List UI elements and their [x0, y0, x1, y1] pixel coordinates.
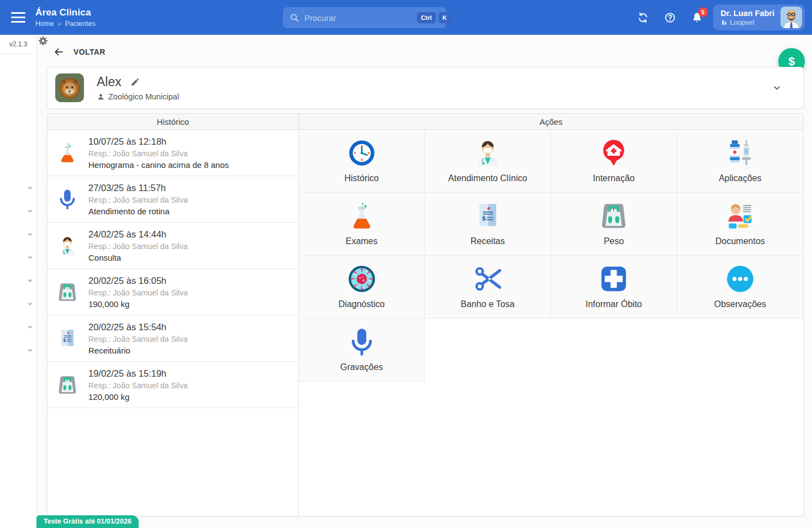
- history-datetime: 20/02/25 às 16:05h: [88, 276, 188, 286]
- medical-cross-icon: [599, 265, 628, 293]
- action-aplicacoes[interactable]: Aplicações: [677, 130, 803, 193]
- history-description: Receituário: [88, 346, 188, 355]
- history-responsible: Resp.: João Samuel da Silva: [88, 335, 188, 344]
- action-receitas[interactable]: Receitas: [425, 193, 551, 256]
- sidebar-item-animals[interactable]: [0, 130, 36, 153]
- history-description: Atendimento de rotina: [88, 207, 188, 216]
- user-org: Loopvet: [730, 19, 755, 27]
- chevron-down-icon: [27, 231, 34, 238]
- shortcut-key-k: K: [439, 12, 451, 23]
- action-informar-obito[interactable]: Informar Óbito: [551, 256, 677, 319]
- sidebar-item-services[interactable]: [0, 199, 36, 223]
- breadcrumb: Home > Pacientes: [35, 20, 96, 28]
- flask-icon: [57, 142, 78, 163]
- sidebar-item-dashboard[interactable]: [0, 83, 36, 107]
- breadcrumb-separator: >: [57, 20, 61, 27]
- user-name: Dr. Luan Fabri: [721, 9, 775, 18]
- gear-icon: [37, 35, 49, 47]
- history-item[interactable]: 27/03/25 às 11:57h Resp.: João Samuel da…: [48, 176, 298, 223]
- sidebar-item-grooming[interactable]: [0, 223, 36, 246]
- history-responsible: Resp.: João Samuel da Silva: [88, 149, 229, 158]
- hospital-pin-icon: [599, 139, 628, 167]
- sidebar-item-users[interactable]: [0, 315, 36, 339]
- avatar: [781, 7, 802, 28]
- flask-icon: [347, 202, 376, 230]
- patient-tutor: Zoológico Municipal: [108, 92, 179, 101]
- chevron-down-icon: [27, 347, 34, 354]
- notification-badge: 5: [698, 7, 708, 17]
- arrow-left-icon: [53, 46, 64, 57]
- clock-icon: [347, 139, 376, 167]
- actions-grid: Histórico Atendimento Clínico Internação…: [299, 130, 803, 382]
- notifications-button[interactable]: 5: [691, 12, 703, 24]
- history-responsible: Resp.: João Samuel da Silva: [88, 288, 188, 297]
- doctor-icon: [57, 235, 78, 256]
- receipt-icon: [57, 328, 78, 349]
- action-peso[interactable]: Peso: [551, 193, 677, 256]
- action-documentos[interactable]: Documentos: [677, 193, 803, 256]
- action-exames[interactable]: Exames: [299, 193, 425, 256]
- history-item[interactable]: 20/02/25 às 15:54h Resp.: João Samuel da…: [48, 315, 298, 362]
- history-item[interactable]: 10/07/25 às 12:18h Resp.: João Samuel da…: [48, 130, 298, 176]
- chevron-down-icon: [27, 277, 34, 284]
- actions-panel: Ações Histórico Atendimento Clínico Inte…: [299, 114, 803, 516]
- sidebar-item-patients[interactable]: [0, 107, 36, 130]
- main-content: VOLTAR $ Alex Zoológico Municipal Histór…: [37, 35, 812, 528]
- app-version: v2.1.3: [0, 35, 36, 54]
- user-menu[interactable]: Dr. Luan Fabri Loopvet: [713, 4, 805, 30]
- help-icon[interactable]: [664, 12, 676, 24]
- weight-scale-icon: [57, 282, 78, 303]
- action-internacao[interactable]: Internação: [551, 130, 677, 193]
- sidebar-item-whatsapp[interactable]: [0, 269, 36, 292]
- menu-toggle-button[interactable]: [11, 10, 27, 25]
- sidebar-item-tags[interactable]: [0, 176, 36, 199]
- patient-photo: [55, 73, 84, 102]
- shortcut-key-ctrl: Ctrl: [417, 12, 436, 23]
- action-diagnostico[interactable]: Diagnóstico: [299, 256, 425, 319]
- history-item[interactable]: 20/02/25 às 16:05h Resp.: João Samuel da…: [48, 269, 298, 315]
- action-banho-e-tosa[interactable]: Banho e Tosa: [425, 256, 551, 319]
- sidebar-item-reports[interactable]: [0, 292, 36, 315]
- history-datetime: 20/02/25 às 15:54h: [88, 322, 188, 332]
- breadcrumb-home[interactable]: Home: [35, 20, 54, 28]
- action-atendimento-clinico[interactable]: Atendimento Clínico: [425, 130, 551, 193]
- action-observacoes[interactable]: Observações: [677, 256, 803, 319]
- document-person-icon: [726, 202, 755, 230]
- sidebar-item-records[interactable]: [0, 246, 36, 269]
- sidebar-item-calendar[interactable]: [0, 153, 36, 176]
- dollar-icon: $: [788, 55, 795, 68]
- patient-name: Alex: [97, 75, 122, 89]
- weight-scale-icon: [57, 374, 78, 395]
- doctor-icon: [473, 139, 502, 167]
- sync-icon[interactable]: [637, 12, 649, 24]
- global-search[interactable]: Ctrl K: [283, 7, 446, 28]
- empty-cell: [551, 319, 677, 382]
- collapse-chevron-icon[interactable]: [772, 83, 782, 93]
- building-icon: [721, 19, 727, 26]
- history-datetime: 10/07/25 às 12:18h: [88, 136, 229, 147]
- breadcrumb-current[interactable]: Pacientes: [65, 20, 96, 28]
- history-responsible: Resp.: João Samuel da Silva: [88, 381, 188, 390]
- search-icon: [289, 13, 299, 23]
- top-bar: Área Clinica Home > Pacientes Ctrl K 5 D…: [0, 0, 812, 35]
- sidebar-item-home[interactable]: [0, 60, 36, 83]
- search-input[interactable]: [304, 13, 414, 23]
- microphone-icon: [57, 189, 78, 210]
- chevron-down-icon: [27, 254, 34, 261]
- sidebar-item-settings[interactable]: [0, 339, 36, 362]
- microphone-icon: [347, 328, 376, 356]
- actions-header: Ações: [299, 114, 803, 130]
- chevron-down-icon: [27, 324, 34, 331]
- action-gravacoes[interactable]: Gravações: [299, 319, 425, 382]
- history-item[interactable]: 19/02/25 às 15:19h Resp.: João Samuel da…: [48, 362, 298, 408]
- history-item[interactable]: 24/02/25 às 14:44h Resp.: João Samuel da…: [48, 223, 298, 269]
- history-responsible: Resp.: João Samuel da Silva: [88, 196, 188, 204]
- edit-pencil-icon[interactable]: [130, 77, 140, 87]
- empty-cell: [677, 319, 803, 382]
- receipt-icon: [473, 202, 502, 230]
- chevron-down-icon: [27, 300, 34, 308]
- virus-icon: [347, 265, 376, 293]
- action-historico[interactable]: Histórico: [299, 130, 425, 193]
- chevron-down-icon: [27, 208, 34, 215]
- chevron-down-icon: [27, 184, 34, 192]
